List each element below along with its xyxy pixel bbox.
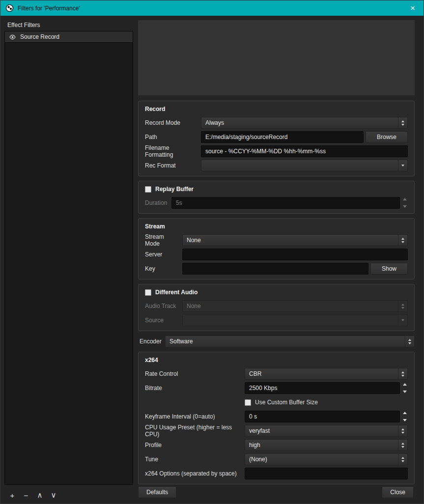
rec-format-row: Rec Format: [145, 160, 408, 171]
different-audio-title-row: Different Audio: [145, 289, 408, 296]
different-audio-title: Different Audio: [155, 289, 198, 296]
tune-value: (None): [245, 456, 398, 463]
chevron-up-icon: [401, 238, 404, 240]
chevron-up-icon[interactable]: [403, 412, 407, 414]
x264-options-row: x264 Options (separated by space): [145, 468, 408, 479]
filter-name-label: Source Record: [20, 33, 59, 40]
record-mode-row: Record Mode Always: [145, 117, 408, 129]
tune-select[interactable]: (None): [245, 453, 408, 465]
chevron-down-icon: [401, 307, 404, 309]
chevron-up-icon[interactable]: [403, 383, 407, 386]
spin-arrows[interactable]: [401, 411, 408, 422]
chevron-down-icon[interactable]: [403, 419, 407, 421]
chevron-down-icon: [401, 446, 404, 448]
show-key-button[interactable]: Show: [370, 263, 408, 275]
audio-source-label: Source: [145, 317, 182, 324]
path-label: Path: [145, 134, 201, 140]
keyframe-interval-row: Keyframe Interval (0=auto) 0 s: [145, 411, 408, 422]
tune-row: Tune (None): [145, 453, 408, 465]
add-filter-icon[interactable]: +: [7, 490, 17, 500]
replay-buffer-title: Replay Buffer: [155, 186, 194, 193]
filter-list[interactable]: Source Record: [4, 31, 133, 485]
profile-value: high: [245, 442, 398, 448]
filename-formatting-input[interactable]: [201, 145, 408, 157]
filter-row-source-record[interactable]: Source Record: [5, 31, 133, 43]
chevron-down-icon: [401, 460, 404, 462]
move-filter-down-icon[interactable]: ∨: [49, 490, 58, 500]
replay-buffer-title-row: Replay Buffer: [145, 186, 408, 193]
chevron-down-icon: [401, 124, 404, 126]
visibility-eye-icon[interactable]: [9, 33, 16, 41]
bitrate-value[interactable]: 2500 Kbps: [245, 382, 400, 394]
keyframe-interval-value[interactable]: 0 s: [245, 411, 400, 422]
spin-arrows[interactable]: [401, 382, 408, 394]
window-title: Filters for 'Performance': [18, 5, 80, 12]
cpu-usage-preset-row: CPU Usage Preset (higher = less CPU) ver…: [145, 425, 408, 437]
chevron-up-icon[interactable]: [403, 198, 407, 200]
move-filter-up-icon[interactable]: ∧: [35, 490, 45, 500]
custom-buffer-row: Use Custom Buffer Size: [145, 396, 408, 408]
filename-formatting-label: Filename Formatting: [145, 144, 201, 158]
titlebar: Filters for 'Performance' ×: [0, 0, 424, 16]
cpu-usage-preset-select[interactable]: veryfast: [245, 425, 408, 437]
x264-group: x264 Rate Control CBR Bitrate 2500 Kbps: [138, 352, 415, 484]
use-custom-buffer-size-checkbox[interactable]: [245, 399, 251, 406]
chevron-up-icon: [401, 443, 404, 445]
audio-source-select[interactable]: [182, 314, 408, 326]
effect-filters-panel: Effect Filters Source Record: [4, 20, 133, 485]
filters-dialog: Filters for 'Performance' × Effect Filte…: [0, 0, 424, 504]
different-audio-checkbox[interactable]: [145, 289, 151, 296]
replay-buffer-group: Replay Buffer Duration 5s: [138, 181, 415, 214]
obs-logo-icon: [5, 4, 14, 12]
effect-filters-header: Effect Filters: [4, 20, 133, 31]
chevron-down-icon[interactable]: [403, 391, 407, 393]
bitrate-row: Bitrate 2500 Kbps: [145, 382, 408, 394]
stream-mode-row: Stream Mode None: [145, 234, 408, 246]
combo-arrows: [398, 315, 407, 326]
close-icon[interactable]: ×: [407, 4, 419, 12]
spin-arrows[interactable]: [401, 197, 408, 209]
x264-options-label: x264 Options (separated by space): [145, 470, 245, 477]
encoder-row: Encoder Software: [138, 336, 415, 347]
keyframe-interval-label: Keyframe Interval (0=auto): [145, 413, 245, 420]
record-group-title: Record: [145, 106, 408, 112]
chevron-up-icon: [408, 339, 411, 341]
audio-track-select[interactable]: None: [182, 300, 408, 312]
key-input[interactable]: [182, 263, 368, 275]
encoder-value: Software: [166, 338, 405, 345]
server-label: Server: [145, 251, 182, 258]
audio-source-row: Source: [145, 314, 408, 326]
rate-control-select[interactable]: CBR: [245, 368, 408, 380]
stream-mode-select[interactable]: None: [182, 234, 408, 246]
audio-track-row: Audio Track None: [145, 300, 408, 312]
browse-button[interactable]: Browse: [366, 131, 408, 143]
remove-filter-icon[interactable]: −: [21, 490, 31, 500]
server-input[interactable]: [182, 249, 408, 260]
rate-control-label: Rate Control: [145, 370, 245, 377]
duration-value[interactable]: 5s: [171, 197, 400, 209]
encoder-select[interactable]: Software: [165, 336, 415, 347]
record-mode-select[interactable]: Always: [201, 117, 408, 129]
chevron-down-icon[interactable]: [403, 205, 407, 208]
chevron-up-icon: [401, 371, 404, 373]
dialog-footer: Defaults Close: [138, 486, 414, 498]
replay-buffer-checkbox[interactable]: [145, 186, 151, 193]
key-label: Key: [145, 265, 182, 272]
path-input[interactable]: [201, 131, 364, 143]
filter-properties: Record Record Mode Always Path Browse Fi…: [138, 20, 415, 489]
profile-select[interactable]: high: [245, 439, 408, 451]
duration-spinbox[interactable]: 5s: [171, 197, 408, 209]
profile-row: Profile high: [145, 439, 408, 451]
rec-format-select[interactable]: [201, 160, 408, 171]
x264-options-input[interactable]: [245, 468, 408, 479]
chevron-down-icon: [401, 432, 404, 434]
chevron-down-icon: [401, 241, 404, 243]
defaults-button[interactable]: Defaults: [138, 486, 176, 498]
stream-group: Stream Stream Mode None Server Key S: [138, 218, 415, 280]
use-custom-buffer-size-label: Use Custom Buffer Size: [255, 399, 318, 406]
chevron-up-icon: [401, 457, 404, 459]
keyframe-interval-spinbox[interactable]: 0 s: [245, 411, 408, 422]
close-button[interactable]: Close: [382, 486, 414, 498]
key-row: Key Show: [145, 263, 408, 275]
bitrate-spinbox[interactable]: 2500 Kbps: [245, 382, 408, 394]
